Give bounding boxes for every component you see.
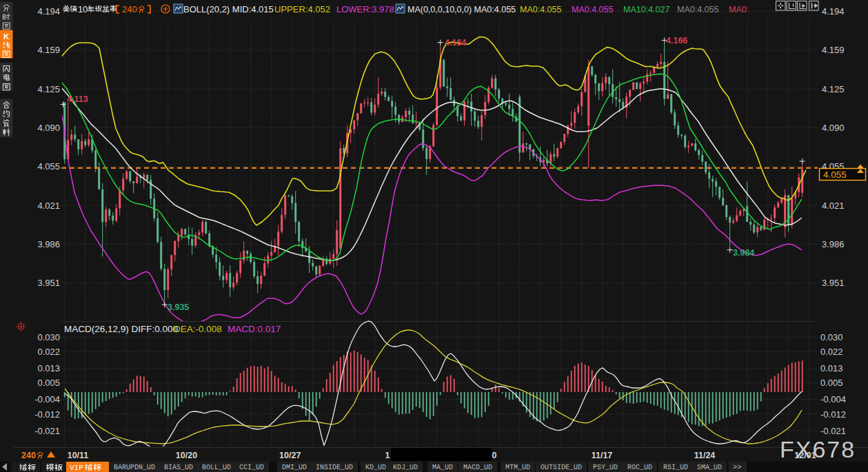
svg-text:PSY_UD: PSY_UD — [593, 464, 618, 471]
svg-text:MA0:: MA0: — [729, 5, 749, 14]
svg-text:SMA_UD: SMA_UD — [697, 464, 722, 471]
svg-text:0.005: 0.005 — [37, 378, 60, 388]
svg-text:MACD:0.017: MACD:0.017 — [228, 324, 281, 334]
svg-text:0.030: 0.030 — [820, 332, 843, 342]
svg-text:4.021: 4.021 — [822, 201, 845, 211]
svg-text:0.013: 0.013 — [820, 363, 843, 373]
svg-text:240: 240 — [122, 4, 137, 14]
svg-text:11/17: 11/17 — [592, 451, 613, 460]
svg-text:0.022: 0.022 — [37, 347, 60, 357]
svg-text:RSI_UD: RSI_UD — [663, 464, 688, 471]
svg-text:240: 240 — [21, 451, 36, 460]
svg-text:3.951: 3.951 — [822, 278, 845, 288]
svg-text:3.935: 3.935 — [168, 302, 189, 312]
svg-text:3.951: 3.951 — [37, 278, 60, 288]
svg-text:MA0:4.055: MA0:4.055 — [520, 5, 562, 14]
svg-text:MA10:4.027: MA10:4.027 — [623, 5, 669, 14]
svg-text:MTM_UD: MTM_UD — [505, 464, 530, 471]
svg-text:-0.021: -0.021 — [820, 426, 846, 436]
svg-text:4.113: 4.113 — [67, 94, 88, 104]
svg-text:-0.012: -0.012 — [34, 409, 60, 420]
svg-text:10/27: 10/27 — [279, 451, 301, 460]
svg-text:BOLL(20,2) MID:4.015: BOLL(20,2) MID:4.015 — [183, 4, 274, 14]
svg-text:4.090: 4.090 — [822, 123, 845, 133]
svg-text:MACD_UD: MACD_UD — [463, 464, 492, 471]
svg-text:OUTSIDE_UD: OUTSIDE_UD — [541, 464, 582, 471]
svg-text:ROC_UD: ROC_UD — [627, 464, 652, 471]
svg-text:10: 10 — [78, 4, 88, 14]
svg-text:-0.004: -0.004 — [820, 394, 846, 404]
svg-text:-0.012: -0.012 — [820, 409, 846, 420]
svg-text:MA(0,0,0,10,0,0) MA0:4.055: MA(0,0,0,10,0,0) MA0:4.055 — [407, 5, 516, 14]
svg-text:CCI_UD: CCI_UD — [239, 464, 264, 471]
svg-text:0.030: 0.030 — [37, 332, 60, 342]
svg-text:4.166: 4.166 — [666, 36, 687, 45]
svg-text:0: 0 — [492, 451, 497, 460]
svg-text:K: K — [3, 32, 10, 41]
svg-text:0.013: 0.013 — [37, 363, 60, 373]
svg-text:BOLL_UD: BOLL_UD — [202, 464, 231, 471]
svg-text:1: 1 — [385, 451, 390, 460]
svg-text:MA0:4.055: MA0:4.055 — [572, 5, 614, 14]
svg-text:3.986: 3.986 — [822, 239, 845, 249]
svg-text:DMI_UD: DMI_UD — [282, 464, 307, 471]
svg-text:4.159: 4.159 — [822, 45, 845, 55]
svg-text:10/11: 10/11 — [68, 451, 89, 460]
svg-text:4.159: 4.159 — [37, 45, 60, 55]
svg-text:4.055: 4.055 — [823, 170, 847, 180]
svg-text:DEA:-0.008: DEA:-0.008 — [174, 324, 222, 334]
svg-text:4.164: 4.164 — [445, 38, 466, 48]
svg-text:4.125: 4.125 — [822, 84, 845, 94]
svg-text:BARUPDN_UD: BARUPDN_UD — [114, 464, 155, 471]
svg-text:4.194: 4.194 — [37, 6, 60, 17]
svg-text:11/24: 11/24 — [694, 451, 716, 460]
svg-text:KDJ_UD: KDJ_UD — [393, 464, 418, 471]
svg-text:>>: >> — [733, 463, 742, 471]
svg-text:-0.021: -0.021 — [34, 426, 60, 436]
svg-text:LOWER:3.978: LOWER:3.978 — [336, 4, 394, 14]
svg-text:10/20: 10/20 — [176, 451, 197, 460]
svg-text:-0.004: -0.004 — [34, 394, 60, 404]
svg-text:FX678: FX678 — [780, 436, 856, 462]
svg-text:MACD(26,12,9) DIFF:0.000: MACD(26,12,9) DIFF:0.000 — [64, 324, 178, 334]
svg-text:4.194: 4.194 — [822, 6, 845, 17]
svg-text:4.021: 4.021 — [37, 201, 60, 211]
svg-text:INSIDE_UD: INSIDE_UD — [316, 464, 353, 471]
svg-text:0.022: 0.022 — [820, 347, 843, 357]
svg-text:3.986: 3.986 — [37, 239, 60, 249]
svg-text:0.005: 0.005 — [820, 378, 843, 388]
svg-text:KD_UD: KD_UD — [365, 464, 386, 471]
svg-text:4.090: 4.090 — [37, 123, 60, 133]
svg-text:4.125: 4.125 — [37, 84, 60, 94]
svg-text:3.984: 3.984 — [733, 248, 754, 258]
svg-text:MA_UD: MA_UD — [432, 464, 453, 471]
svg-text:MA0:4.055: MA0:4.055 — [677, 5, 719, 14]
svg-text:BIAS_UD: BIAS_UD — [164, 464, 193, 471]
svg-text:VIP: VIP — [70, 464, 83, 472]
svg-text:UPPER:4.052: UPPER:4.052 — [274, 4, 330, 14]
svg-text:4.055: 4.055 — [37, 161, 60, 172]
